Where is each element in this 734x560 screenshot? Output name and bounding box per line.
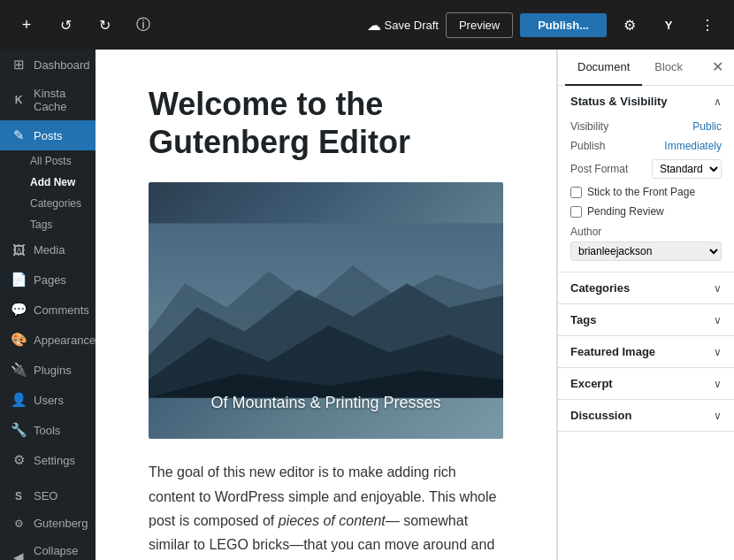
sidebar-item-settings-label: Settings — [34, 454, 75, 467]
panel-close-button[interactable]: ✕ — [708, 57, 727, 78]
tab-block[interactable]: Block — [642, 50, 695, 86]
gear-icon: ⚙ — [623, 17, 636, 34]
appearance-icon: 🎨 — [11, 332, 27, 348]
panel-tab-group: Document Block — [565, 50, 695, 85]
sidebar-item-dashboard-label: Dashboard — [34, 58, 90, 72]
excerpt-section: Excerpt ∨ — [558, 368, 734, 400]
sidebar: ⊞ Dashboard K Kinsta Cache ✎ Posts All P… — [0, 50, 96, 560]
categories-section: Categories ∨ — [558, 272, 734, 304]
pending-review-row: Pending Review — [570, 205, 722, 218]
categories-header[interactable]: Categories ∨ — [558, 272, 734, 303]
categories-label: Categories — [30, 197, 81, 210]
featured-image-caption: Of Mountains & Printing Presses — [149, 394, 503, 412]
sidebar-item-pages[interactable]: 📄 Pages — [0, 265, 96, 295]
gutenberg-icon: ⚙ — [11, 518, 27, 530]
editor-body-paragraph[interactable]: The goal of this new editor is to make a… — [149, 460, 503, 560]
info-button[interactable]: ⓘ — [127, 9, 159, 41]
pending-review-checkbox[interactable] — [570, 206, 582, 218]
publish-row-label: Publish — [570, 140, 605, 152]
collapse-icon: ◀ — [11, 549, 27, 560]
categories-chevron-icon: ∨ — [714, 282, 722, 295]
sidebar-collapse-label: Collapse menu — [34, 544, 85, 560]
sidebar-item-media[interactable]: 🖼 Media — [0, 235, 96, 265]
sidebar-item-settings[interactable]: ⚙ Settings — [0, 445, 96, 475]
more-icon: ⋮ — [700, 17, 715, 34]
tags-chevron-icon: ∨ — [714, 314, 722, 326]
tags-section: Tags ∨ — [558, 304, 734, 336]
editor-content-area: Welcome to the Gutenberg Editor — [96, 50, 557, 560]
toolbar-left: + ↺ ↻ ⓘ — [11, 9, 159, 41]
stick-front-page-row: Stick to the Front Page — [570, 186, 722, 198]
sidebar-item-kinsta-label: Kinsta Cache — [34, 87, 85, 113]
sidebar-item-posts[interactable]: ✎ Posts — [0, 120, 96, 150]
tags-label: Tags — [30, 219, 52, 231]
plugins-icon: 🔌 — [11, 362, 27, 378]
dashboard-icon: ⊞ — [11, 57, 27, 73]
sidebar-item-dashboard[interactable]: ⊞ Dashboard — [0, 50, 96, 80]
info-icon: ⓘ — [136, 16, 150, 35]
yoast-button[interactable]: Y — [653, 9, 684, 41]
sidebar-item-media-label: Media — [34, 243, 65, 257]
sidebar-item-seo[interactable]: S SEO — [0, 482, 96, 510]
sidebar-item-appearance[interactable]: 🎨 Appearance — [0, 325, 96, 355]
sidebar-item-plugins[interactable]: 🔌 Plugins — [0, 355, 96, 385]
posts-submenu: All Posts Add New Categories Tags — [0, 150, 96, 235]
sidebar-item-users[interactable]: 👤 Users — [0, 385, 96, 415]
tools-icon: 🔧 — [11, 422, 27, 438]
cloud-icon: ☁ — [367, 17, 381, 34]
featured-image-chevron-icon: ∨ — [714, 346, 722, 358]
preview-button[interactable]: Preview — [446, 12, 513, 38]
top-toolbar: + ↺ ↻ ⓘ ☁ Save Draft Preview Publish... … — [0, 0, 734, 50]
status-visibility-section: Status & Visibility ∧ Visibility Public … — [558, 86, 734, 272]
status-visibility-header[interactable]: Status & Visibility ∧ — [558, 86, 734, 117]
post-format-row: Post Format Standard Aside Image — [570, 159, 722, 179]
featured-image-header[interactable]: Featured Image ∨ — [558, 336, 734, 367]
stick-front-page-label: Stick to the Front Page — [587, 186, 695, 198]
settings-button[interactable]: ⚙ — [614, 9, 646, 41]
status-visibility-content: Visibility Public Publish Immediately Po… — [558, 117, 734, 272]
toolbar-right: ☁ Save Draft Preview Publish... ⚙ Y ⋮ — [367, 9, 723, 41]
excerpt-title: Excerpt — [570, 377, 613, 390]
publish-button[interactable]: Publish... — [520, 13, 607, 37]
save-draft-button[interactable]: ☁ Save Draft — [367, 17, 439, 34]
sidebar-item-add-new[interactable]: Add New — [21, 172, 96, 193]
stick-front-page-checkbox[interactable] — [570, 187, 582, 198]
post-format-select[interactable]: Standard Aside Image — [652, 159, 722, 179]
redo-button[interactable]: ↻ — [88, 9, 120, 41]
body-text-em: pieces of content — [279, 513, 386, 528]
users-icon: 👤 — [11, 392, 27, 408]
add-new-label: Add New — [30, 176, 75, 188]
media-icon: 🖼 — [11, 242, 27, 257]
pages-icon: 📄 — [11, 272, 27, 288]
sidebar-item-tags[interactable]: Tags — [21, 214, 96, 235]
visibility-value[interactable]: Public — [692, 120, 722, 133]
sidebar-item-tools[interactable]: 🔧 Tools — [0, 415, 96, 445]
right-panel: Document Block ✕ Status & Visibility ∧ V… — [557, 50, 734, 560]
sidebar-item-comments-label: Comments — [34, 303, 89, 317]
visibility-label: Visibility — [570, 120, 608, 133]
sidebar-item-gutenberg[interactable]: ⚙ Gutenberg — [0, 510, 96, 537]
editor-title[interactable]: Welcome to the Gutenberg Editor — [149, 85, 503, 161]
publish-row-value[interactable]: Immediately — [664, 140, 722, 152]
excerpt-header[interactable]: Excerpt ∨ — [558, 368, 734, 399]
visibility-row: Visibility Public — [570, 120, 722, 133]
sidebar-item-kinsta-cache[interactable]: K Kinsta Cache — [0, 80, 96, 120]
tags-header[interactable]: Tags ∨ — [558, 304, 734, 335]
publish-row: Publish Immediately — [570, 140, 722, 152]
sidebar-item-seo-label: SEO — [34, 489, 57, 502]
featured-image-block[interactable]: Of Mountains & Printing Presses — [149, 182, 503, 439]
sidebar-item-categories[interactable]: Categories — [21, 193, 96, 214]
author-label: Author — [570, 226, 601, 238]
more-options-button[interactable]: ⋮ — [692, 9, 723, 41]
pending-review-label: Pending Review — [587, 205, 664, 218]
tab-document[interactable]: Document — [565, 50, 642, 86]
sidebar-collapse-button[interactable]: ◀ Collapse menu — [0, 537, 96, 560]
undo-button[interactable]: ↺ — [50, 9, 81, 41]
author-select[interactable]: brianleejackson — [570, 242, 722, 261]
sidebar-item-gutenberg-label: Gutenberg — [34, 517, 88, 530]
sidebar-item-comments[interactable]: 💬 Comments — [0, 295, 96, 325]
discussion-header[interactable]: Discussion ∨ — [558, 400, 734, 431]
add-block-button[interactable]: + — [11, 9, 42, 41]
sidebar-item-all-posts[interactable]: All Posts — [21, 150, 96, 172]
save-draft-label: Save Draft — [385, 19, 439, 32]
